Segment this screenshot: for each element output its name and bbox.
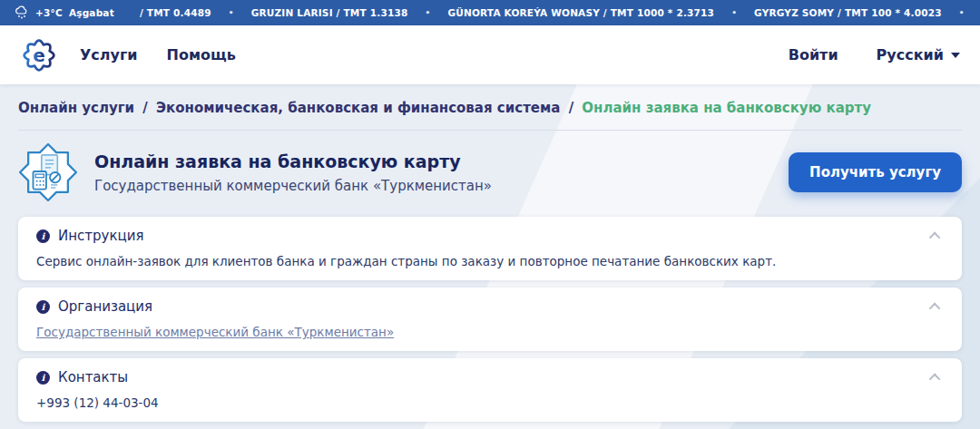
ticker-bullet: • <box>959 8 965 17</box>
info-icon: i <box>36 229 50 243</box>
egov-logo-icon[interactable]: e <box>20 36 58 74</box>
breadcrumb-item-online-services[interactable]: Онлайн услуги <box>18 100 134 116</box>
logo-letter: e <box>33 44 45 65</box>
breadcrumb-current: Онлайн заявка на банковскую карту <box>582 100 871 116</box>
currency-ticker: +3°C Aşgabat / TMT 0.4489 • GRUZIN LARIS… <box>0 0 980 25</box>
info-icon: i <box>36 371 50 385</box>
page-content: Онлайн услуги / Экономическая, банковска… <box>0 84 980 429</box>
ticker-rate: / TMT 0.4489 <box>140 7 211 18</box>
instruction-text: Сервис онлайн-заявок для клиентов банка … <box>36 254 944 268</box>
ticker-bullet: • <box>229 8 234 17</box>
contact-phone: +993 (12) 44-03-04 <box>36 395 944 410</box>
accordion-organization-header[interactable]: i Организация <box>36 298 944 315</box>
weather-widget: +3°C Aşgabat <box>15 5 114 20</box>
cloud-snow-icon <box>15 5 29 20</box>
chevron-up-icon[interactable] <box>929 373 941 385</box>
breadcrumb-separator: / <box>569 100 573 116</box>
accordion-contacts-header[interactable]: i Контакты <box>36 369 944 385</box>
ticker-rate: GÜNORTA KOREÝA WONASY / TMT 1000 * 2.371… <box>447 7 714 18</box>
header-right: Войти Русский <box>789 46 960 63</box>
accordion-instruction: i Инструкция Сервис онлайн-заявок для кл… <box>18 217 962 280</box>
language-label: Русский <box>877 46 944 63</box>
chevron-up-icon[interactable] <box>929 302 941 314</box>
login-button[interactable]: Войти <box>789 46 838 63</box>
chevron-up-icon[interactable] <box>929 231 941 243</box>
accordion-title: Контакты <box>58 369 128 385</box>
info-icon: i <box>36 300 50 314</box>
breadcrumb: Онлайн услуги / Экономическая, банковска… <box>18 84 962 116</box>
accordion-instruction-header[interactable]: i Инструкция <box>36 228 944 244</box>
main-header: e Услуги Помощь Войти Русский <box>0 25 980 84</box>
accordion-title: Организация <box>58 298 152 315</box>
nav-item-services[interactable]: Услуги <box>80 46 138 63</box>
bank-card-service-icon <box>18 142 78 202</box>
chevron-down-icon <box>951 53 960 58</box>
breadcrumb-item-category[interactable]: Экономическая, банковская и финансовая с… <box>156 100 560 116</box>
ticker-rate: GYRGYZ SOMY / TMT 100 * 4.0023 <box>754 7 942 18</box>
accordion-title: Инструкция <box>58 228 143 244</box>
ticker-bullet: • <box>731 8 737 17</box>
nav-item-help[interactable]: Помощь <box>167 46 236 63</box>
ticker-rate: GRUZIN LARISI / TMT 1.3138 <box>251 7 408 18</box>
service-header: Онлайн заявка на банковскую карту Госуда… <box>18 131 962 217</box>
service-title: Онлайн заявка на банковскую карту <box>94 151 492 171</box>
organization-link[interactable]: Государственный коммерческий банк «Туркм… <box>36 325 944 339</box>
weather-city: Aşgabat <box>69 7 114 18</box>
language-selector[interactable]: Русский <box>877 46 960 63</box>
main-nav: Услуги Помощь <box>80 46 236 63</box>
ticker-bullet: • <box>425 8 430 17</box>
accordion-organization: i Организация Государственный коммерческ… <box>18 288 962 351</box>
weather-temperature: +3°C <box>35 7 63 18</box>
breadcrumb-separator: / <box>142 100 147 116</box>
get-service-button[interactable]: Получить услугу <box>789 152 962 192</box>
service-organization: Государственный коммерческий банк «Туркм… <box>94 178 492 194</box>
service-text: Онлайн заявка на банковскую карту Госуда… <box>94 151 492 194</box>
accordion-contacts: i Контакты +993 (12) 44-03-04 <box>18 358 962 422</box>
